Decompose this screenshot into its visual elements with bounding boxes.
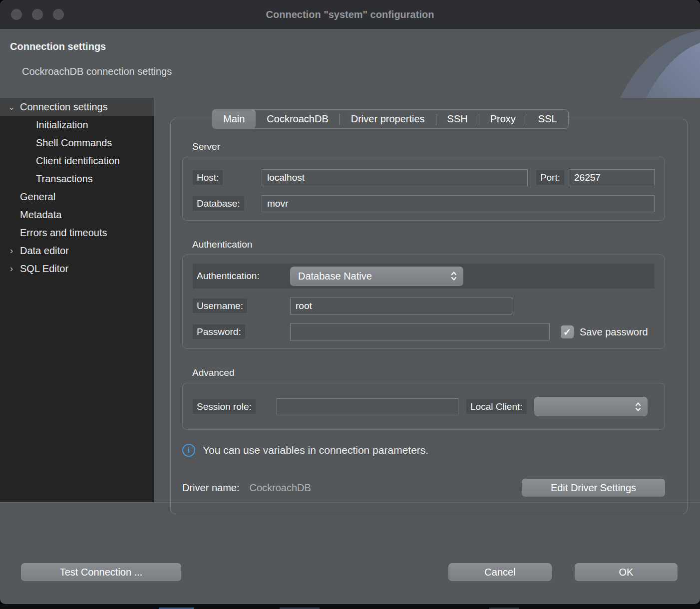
advanced-section-label: Advanced xyxy=(182,367,665,378)
tree-item-data-editor[interactable]: › Data editor xyxy=(0,242,154,260)
stepper-icon xyxy=(635,401,642,412)
tab-ssl[interactable]: SSL xyxy=(527,109,568,129)
driver-name-label: Driver name: xyxy=(182,482,239,494)
password-input[interactable] xyxy=(290,323,550,340)
main-content: Main CockroachDB Driver properties SSH P… xyxy=(154,98,700,502)
test-connection-button[interactable]: Test Connection ... xyxy=(21,563,181,581)
password-label: Password: xyxy=(193,324,245,339)
authentication-label: Authentication: xyxy=(193,269,264,283)
dialog-footer: Test Connection ... Cancel OK xyxy=(0,503,700,599)
info-message: You can use variables in connection para… xyxy=(203,444,428,456)
tree-item-client-identification[interactable]: Client identification xyxy=(0,152,154,170)
session-role-input[interactable] xyxy=(277,398,458,415)
tab-main[interactable]: Main xyxy=(212,109,256,129)
session-role-label: Session role: xyxy=(193,399,256,414)
driver-row: Driver name: CockroachDB Edit Driver Set… xyxy=(182,479,665,497)
ok-button[interactable]: OK xyxy=(575,563,678,581)
dialog-header: Connection settings CockroachDB connecti… xyxy=(0,29,700,98)
tree-item-metadata[interactable]: Metadata xyxy=(0,206,154,224)
info-message-row: i You can use variables in connection pa… xyxy=(182,444,665,457)
stepper-icon xyxy=(450,271,457,282)
tab-proxy[interactable]: Proxy xyxy=(479,109,527,129)
connection-config-dialog: Connection "system" configuration Connec… xyxy=(0,0,700,604)
username-input[interactable] xyxy=(290,298,512,314)
authentication-select[interactable]: Database Native xyxy=(290,267,463,286)
driver-name-value: CockroachDB xyxy=(249,482,522,494)
tree-item-initialization[interactable]: Initialization xyxy=(0,116,154,134)
tree-item-shell-commands[interactable]: Shell Commands xyxy=(0,134,154,152)
tab-bar: Main CockroachDB Driver properties SSH P… xyxy=(212,109,569,129)
tab-driver-properties[interactable]: Driver properties xyxy=(340,109,436,129)
tree-item-general[interactable]: General xyxy=(0,188,154,206)
chevron-down-icon[interactable]: ⌄ xyxy=(5,101,18,112)
page-title: Connection settings xyxy=(0,29,700,52)
page-subtitle: CockroachDB connection settings xyxy=(0,52,700,77)
tree-item-transactions[interactable]: Transactions xyxy=(0,170,154,188)
advanced-group: Session role: Local Client: xyxy=(182,383,665,430)
server-section-label: Server xyxy=(182,141,665,152)
cancel-button[interactable]: Cancel xyxy=(448,563,552,581)
main-tab-panel: Server Host: Port: Database: Authenticat… xyxy=(170,119,688,514)
info-icon: i xyxy=(182,444,195,457)
tree-item-errors-and-timeouts[interactable]: Errors and timeouts xyxy=(0,224,154,242)
chevron-right-icon[interactable]: › xyxy=(5,246,18,256)
tab-ssh[interactable]: SSH xyxy=(436,109,479,129)
window-title: Connection "system" configuration xyxy=(0,9,700,20)
title-bar: Connection "system" configuration xyxy=(0,0,700,29)
authentication-section-label: Authentication xyxy=(182,239,665,250)
tree-item-connection-settings[interactable]: ⌄ Connection settings xyxy=(0,98,154,116)
host-label: Host: xyxy=(193,170,223,185)
decorative-swoosh xyxy=(620,29,700,98)
port-input[interactable] xyxy=(569,169,655,186)
host-input[interactable] xyxy=(262,169,528,186)
authentication-type-row: Authentication: Database Native xyxy=(193,264,655,289)
database-input[interactable] xyxy=(262,195,655,212)
settings-tree: ⌄ Connection settings Initialization She… xyxy=(0,98,154,502)
chevron-right-icon[interactable]: › xyxy=(5,264,18,274)
save-password-label: Save password xyxy=(580,326,648,338)
server-group: Host: Port: Database: xyxy=(182,157,665,221)
port-label: Port: xyxy=(536,170,564,185)
save-password-checkbox[interactable]: ✓ xyxy=(561,325,574,338)
local-client-label: Local Client: xyxy=(466,399,527,414)
tree-item-sql-editor[interactable]: › SQL Editor xyxy=(0,260,154,278)
database-label: Database: xyxy=(193,196,244,211)
authentication-group: Authentication: Database Native Username… xyxy=(182,255,665,349)
desktop-strip xyxy=(0,604,700,609)
edit-driver-settings-button[interactable]: Edit Driver Settings xyxy=(522,479,665,497)
tab-cockroachdb[interactable]: CockroachDB xyxy=(256,109,339,129)
username-label: Username: xyxy=(193,299,247,313)
local-client-select[interactable] xyxy=(534,397,648,416)
